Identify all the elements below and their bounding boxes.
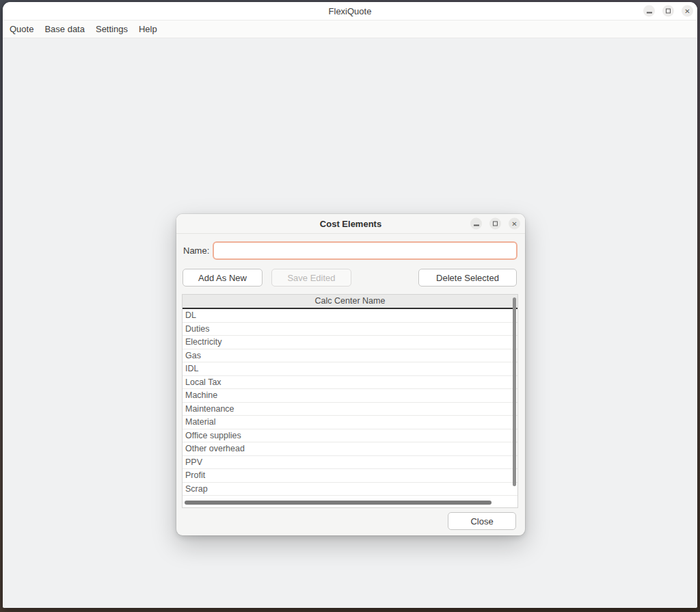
dialog-window-controls: ✕ xyxy=(470,218,520,230)
vertical-scrollbar-thumb[interactable] xyxy=(513,297,516,486)
table-row[interactable]: Gas xyxy=(183,349,517,363)
table-row[interactable]: IDL xyxy=(183,362,517,376)
name-input[interactable] xyxy=(213,241,517,260)
table-row[interactable]: Material xyxy=(183,416,517,429)
table-body: DLDutiesElectricityGasIDLLocal TaxMachin… xyxy=(183,309,517,496)
menu-item-help[interactable]: Help xyxy=(133,21,163,38)
table-row[interactable]: Office supplies xyxy=(183,429,517,443)
window-controls: ✕ xyxy=(643,5,693,17)
dialog-maximize-button[interactable] xyxy=(489,218,501,230)
app-window: FlexiQuote ✕ Quote Base data Settings He… xyxy=(3,2,697,608)
table-header-calc-center-name: Calc Center Name xyxy=(183,295,517,309)
app-body: Cost Elements ✕ Name: Add As New Save Ed… xyxy=(3,38,697,607)
horizontal-scrollbar-thumb[interactable] xyxy=(185,501,492,505)
table-row[interactable]: Maintenance xyxy=(183,403,517,416)
table-row[interactable]: Duties xyxy=(183,323,517,336)
table-row[interactable]: Profit xyxy=(183,469,517,483)
table-row[interactable]: Electricity xyxy=(183,336,517,349)
close-button[interactable]: ✕ xyxy=(682,5,693,17)
dialog-titlebar: Cost Elements ✕ xyxy=(176,214,525,234)
name-label: Name: xyxy=(183,241,209,260)
maximize-icon xyxy=(666,9,671,14)
add-as-new-button[interactable]: Add As New xyxy=(183,269,262,287)
table-row[interactable]: DL xyxy=(183,309,517,323)
minimize-button[interactable] xyxy=(643,5,655,17)
table-row[interactable]: PPV xyxy=(183,456,517,470)
table-row[interactable]: Scrap xyxy=(183,483,517,496)
menu-item-base-data[interactable]: Base data xyxy=(39,21,90,38)
minimize-icon xyxy=(474,225,479,226)
menubar: Quote Base data Settings Help xyxy=(3,21,697,38)
dialog-title: Cost Elements xyxy=(320,219,381,229)
menu-item-settings[interactable]: Settings xyxy=(90,21,133,38)
maximize-icon xyxy=(493,222,498,226)
delete-selected-button[interactable]: Delete Selected xyxy=(418,269,517,287)
app-titlebar: FlexiQuote ✕ xyxy=(3,2,697,21)
dialog-minimize-button[interactable] xyxy=(470,218,482,230)
cost-elements-dialog: Cost Elements ✕ Name: Add As New Save Ed… xyxy=(176,214,525,535)
maximize-button[interactable] xyxy=(662,5,674,17)
dialog-close-button[interactable]: ✕ xyxy=(509,218,520,230)
table-row[interactable]: Local Tax xyxy=(183,376,517,390)
dialog-close-action-button[interactable]: Close xyxy=(448,512,516,530)
cost-elements-table: Calc Center Name DLDutiesElectricityGasI… xyxy=(182,294,518,508)
close-icon: ✕ xyxy=(684,8,690,14)
app-title: FlexiQuote xyxy=(329,6,372,16)
table-row[interactable]: Other overhead xyxy=(183,442,517,456)
menu-item-quote[interactable]: Quote xyxy=(4,21,39,38)
save-edited-button[interactable]: Save Edited xyxy=(271,269,351,287)
minimize-icon xyxy=(647,12,652,14)
table-row[interactable]: Machine xyxy=(183,389,517,403)
close-icon: ✕ xyxy=(511,220,517,227)
